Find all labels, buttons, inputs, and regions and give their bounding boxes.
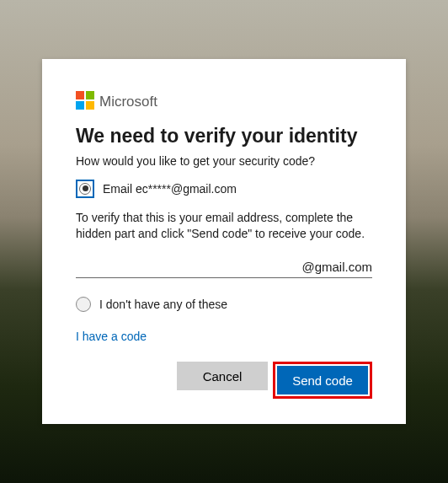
option-email-radio[interactable]: Email ec*****@gmail.com [76, 180, 372, 198]
microsoft-logo-icon [76, 91, 94, 113]
option-email-label: Email ec*****@gmail.com [103, 182, 237, 196]
brand-row: Microsoft [76, 91, 372, 113]
brand-name: Microsoft [99, 94, 157, 110]
radio-selected-icon [76, 180, 94, 198]
email-suffix: @gmail.com [301, 260, 372, 274]
action-buttons: Cancel Send code [76, 362, 372, 399]
svg-rect-2 [76, 101, 84, 110]
radio-unselected-icon [76, 297, 91, 312]
svg-rect-3 [86, 101, 94, 110]
send-code-button[interactable]: Send code [277, 366, 368, 394]
email-input-row: @gmail.com [76, 256, 372, 278]
instructions-text: To verify that this is your email addres… [76, 210, 372, 242]
send-code-highlight: Send code [273, 362, 372, 399]
have-code-link[interactable]: I have a code [76, 330, 147, 343]
svg-rect-0 [76, 91, 84, 99]
option-none-radio[interactable]: I don't have any of these [76, 297, 372, 312]
svg-rect-1 [86, 91, 94, 99]
page-title: We need to verify your identity [76, 125, 372, 148]
verify-identity-dialog: Microsoft We need to verify your identit… [42, 59, 406, 425]
page-subtitle: How would you like to get your security … [76, 154, 372, 168]
option-none-label: I don't have any of these [99, 298, 227, 311]
email-hidden-part-input[interactable] [76, 256, 301, 274]
cancel-button[interactable]: Cancel [177, 362, 268, 390]
